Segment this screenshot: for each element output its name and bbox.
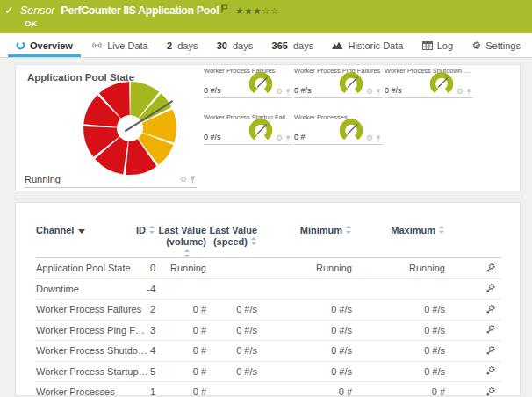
priority-stars[interactable]: ★★★☆☆ [235,4,279,17]
mini-gauge-gear-icon[interactable]: ⚙ [366,88,373,96]
column-header-maximum[interactable]: Maximum [352,225,445,258]
channel-id: 1 [134,382,155,397]
tab-log[interactable]: Log [414,33,461,57]
channel-last-value-volume: 0 # [155,320,206,341]
channel-last-value-speed: 0 #/s [206,361,257,382]
channel-maximum: 0 # [352,382,445,397]
gauge-settings-gear-icon[interactable]: ⚙ [180,176,187,184]
tab-overview[interactable]: Overview [8,33,81,57]
channel-maximum: Running [352,258,445,279]
tab-overview-label: Overview [30,40,73,51]
sensor-kind-label: Sensor [20,4,55,18]
mini-gauge-worker-processes[interactable]: Worker Processes 0 # ⚙ [294,112,383,145]
channel-last-value-volume: 0 # [155,382,206,397]
column-header-last-value-speed[interactable]: Last Value(speed) [206,225,257,258]
mini-gauge-value: 0 # [294,133,306,141]
channel-minimum: 0 #/s [257,361,352,382]
channel-settings-wrench-icon[interactable] [486,283,496,292]
table-row: Worker Process Ping Failures 3 0 # 0 #/s… [36,320,501,341]
channel-name[interactable]: Worker Process Shutdown Failures [36,345,150,357]
tab-historic-data[interactable]: Historic Data [324,33,411,57]
mini-gauge-worker-process-failures[interactable]: Worker Process Failures 0 #/s ⚙ [204,65,292,98]
mini-gauge-worker-process-ping-failures[interactable]: Worker Process Ping Failures 0 #/s ⚙ [294,65,383,98]
channel-maximum: 0 #/s [352,341,445,362]
gauge-pin-icon[interactable] [190,176,196,184]
tab-bar: Overview Live Data 2 days 30 days 365 da… [0,33,532,58]
priority-flag-icon[interactable] [221,1,228,17]
mini-gauge-worker-process-shutdown-failures[interactable]: Worker Process Shutdown Failures 0 #/s ⚙ [385,65,473,98]
channel-maximum: 0 #/s [352,320,445,341]
channel-name[interactable]: Worker Process Failures [36,304,141,315]
mini-gauge-arc [336,119,366,143]
tab-live-data-label: Live Data [107,40,147,51]
column-header-id[interactable]: ID [134,225,155,258]
channel-name[interactable]: Application Pool State [36,263,131,274]
mini-gauge-value: 0 #/s [385,86,402,95]
sort-icon [184,249,191,257]
channel-last-value-volume [155,278,206,300]
mini-gauge-arc [246,72,276,97]
tab-30-days[interactable]: 30 days [209,33,262,57]
sensor-header: ✓ Sensor PerfCounter IIS Application Poo… [0,0,532,33]
mini-gauge-worker-process-startup-failures[interactable]: Worker Process Startup Failures 0 #/s ⚙ [204,112,292,145]
channel-settings-wrench-icon[interactable] [486,365,496,375]
tab-365-days-number: 365 [272,40,288,51]
channel-last-value-volume: 0 # [155,341,206,362]
tab-live-data[interactable]: Live Data [83,33,155,57]
mini-gauge-gear-icon[interactable]: ⚙ [366,134,373,142]
tab-settings-label: Settings [485,40,521,51]
channel-name[interactable]: Downtime [36,284,79,295]
channel-maximum [352,278,445,300]
tab-2-days[interactable]: 2 days [159,33,205,57]
application-pool-state-gauge [82,80,178,177]
channel-maximum: 0 #/s [352,300,445,321]
channel-minimum: 0 # [257,382,352,397]
table-row: Worker Process Failures 2 0 # 0 #/s 0 #/… [36,300,501,321]
channel-name[interactable]: Worker Process Startup Failures [36,366,150,378]
channel-settings-wrench-icon[interactable] [486,386,496,396]
channel-last-value-speed: 0 #/s [206,320,257,341]
channel-settings-wrench-icon[interactable] [486,324,496,334]
mini-gauge-gear-icon[interactable]: ⚙ [457,88,464,96]
channel-settings-wrench-icon[interactable] [486,304,496,314]
main-gauge-value: Running [25,174,61,184]
settings-gear-icon: ⚙ [471,40,481,51]
sort-icon [439,226,445,234]
sort-icon [149,226,155,234]
channel-last-value-speed [206,278,257,300]
column-header-minimum[interactable]: Minimum [257,225,352,258]
channel-id: 0 [134,258,155,279]
channel-minimum: 0 #/s [257,300,352,321]
mini-gauge-value: 0 #/s [204,86,221,95]
column-header-channel[interactable]: Channel [36,225,134,258]
channel-name[interactable]: Worker Processes [36,386,115,397]
mini-gauge-gear-icon[interactable]: ⚙ [276,134,283,142]
channel-minimum: 0 #/s [257,320,352,341]
tab-30-days-label: days [233,40,253,51]
mini-gauge-arc [246,119,276,143]
channel-last-value-speed: 0 #/s [206,300,257,321]
tab-365-days[interactable]: 365 days [264,33,322,57]
channel-minimum: 0 #/s [257,341,352,362]
mini-gauge-pin-icon[interactable] [376,89,381,96]
channel-id: -4 [134,278,155,300]
sensor-status-badge: OK [25,18,37,28]
channel-last-value-speed [206,258,257,279]
mini-gauge-arc [427,72,457,97]
mini-gauge-pin-icon[interactable] [466,89,471,96]
tab-settings[interactable]: ⚙ Settings [464,33,528,57]
table-row: Worker Process Shutdown Failures 4 0 # 0… [36,341,501,362]
mini-gauge-pin-icon[interactable] [376,135,381,142]
tab-365-days-label: days [293,40,313,51]
channel-settings-wrench-icon[interactable] [486,263,496,272]
channel-minimum [257,278,352,300]
table-row: Downtime -4 [36,278,501,300]
mini-gauge-pin-icon[interactable] [285,135,291,142]
main-gauge-footer: Running ⚙ [25,174,197,188]
channel-settings-wrench-icon[interactable] [486,345,496,355]
mini-gauge-pin-icon[interactable] [285,89,291,96]
channel-name[interactable]: Worker Process Ping Failures [36,325,150,336]
mini-gauge-value: 0 #/s [294,86,312,95]
mini-gauge-gear-icon[interactable]: ⚙ [276,88,283,96]
column-header-last-value-volume[interactable]: Last Value(volume) [155,225,206,258]
